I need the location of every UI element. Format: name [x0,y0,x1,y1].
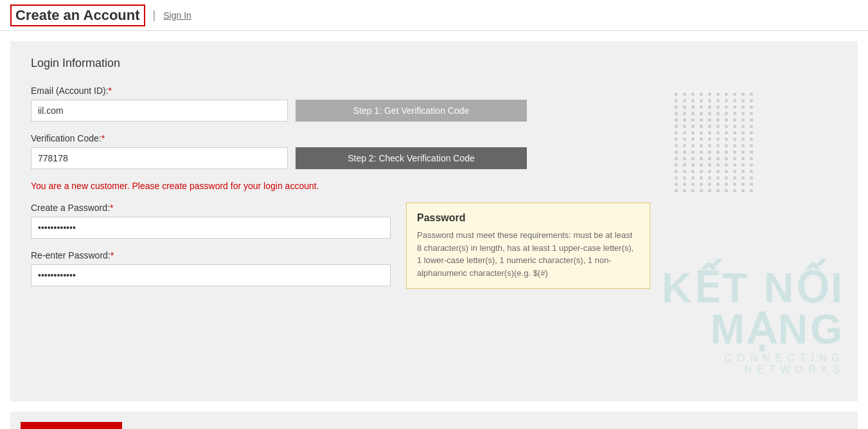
decorative-dot [733,93,736,96]
decorative-dot [741,131,745,134]
decorative-dot [733,170,736,173]
decorative-dot [716,151,720,154]
decorative-dot [716,163,720,167]
decorative-dot [733,183,736,186]
decorative-dot [716,99,720,102]
decorative-dot [700,131,703,134]
tooltip-title: Password [417,212,639,224]
decorative-dot [708,125,711,128]
sign-in-link[interactable]: Sign In [163,10,191,21]
decorative-dot [691,93,695,96]
decorative-dot [741,170,745,173]
decorative-dot [733,176,736,179]
decorative-dot [683,189,686,192]
decorative-dot [725,183,728,186]
decorative-dot [725,176,728,179]
decorative-dot [683,112,686,115]
decorative-dot [683,183,686,186]
reenter-password-label: Re-enter Password:* [31,250,391,260]
decorative-dot [725,189,728,192]
decorative-dot [741,99,745,102]
decorative-dot [725,157,728,160]
decorative-dot [708,144,711,147]
decorative-dot [683,138,686,141]
decorative-dot [675,170,678,173]
decorative-dot [675,157,678,160]
decorative-dot [750,151,753,154]
decorative-dot [716,170,720,173]
decorative-dot [708,105,711,109]
create-account-title[interactable]: Create an Account [10,5,145,26]
decorative-dot [725,144,728,147]
tooltip-text: Password must meet these requirements: m… [417,229,639,279]
decorative-dot [708,183,711,186]
decorative-dot [700,189,703,192]
decorative-dot [691,131,695,134]
decorative-dot [675,163,678,167]
decorative-dot [683,157,686,160]
decorative-dot [716,118,720,122]
footer: Next [10,412,858,429]
decorative-dot [725,138,728,141]
decorative-dot [750,144,753,147]
decorative-dot [741,105,745,109]
watermark-connecting: CONNECTING [662,352,845,364]
decorative-dot [683,125,686,128]
decorative-dot [741,138,745,141]
decorative-dot [733,151,736,154]
decorative-dot [750,138,753,141]
decorative-dot [725,163,728,167]
decorative-dot [700,99,703,102]
decorative-dot [716,157,720,160]
reenter-password-input[interactable] [31,264,391,286]
decorative-dot [700,93,703,96]
create-password-label: Create a Password:* [31,203,391,213]
decorative-dot [691,144,695,147]
decorative-dot [708,99,711,102]
decorative-dot [750,112,753,115]
watermark: KẾT NỐI MẠNG CONNECTING NETWORKS [662,268,845,376]
next-button[interactable]: Next [24,425,119,429]
decorative-dot [691,99,695,102]
decorative-dot [708,189,711,192]
decorative-dot [691,118,695,122]
decorative-dot [733,131,736,134]
step1-button[interactable]: Step 1: Get Verification Code [296,100,527,122]
email-input[interactable] [31,100,288,122]
decorative-dot [741,189,745,192]
decorative-dot [700,170,703,173]
password-tooltip: Password Password must meet these requir… [406,203,650,289]
decorative-dot [708,112,711,115]
decorative-dot [725,112,728,115]
decorative-dot [750,93,753,96]
decorative-dot [708,118,711,122]
decorative-dot [700,105,703,109]
decorative-dot [691,189,695,192]
decorative-dot [725,151,728,154]
decorative-dot [750,183,753,186]
decorative-dot [750,163,753,167]
decorative-dot [716,131,720,134]
decorative-dot [700,138,703,141]
step2-button[interactable]: Step 2: Check Verification Code [296,147,527,169]
decorative-dot [683,144,686,147]
decorative-dot [691,125,695,128]
decorative-dot [750,170,753,173]
decorative-dot [733,144,736,147]
decorative-dot [750,125,753,128]
create-password-input[interactable] [31,217,391,239]
main-content: Login Information Email (Account ID):* S… [10,41,858,401]
decorative-dot [750,131,753,134]
decorative-dot [716,183,720,186]
decorative-dot [716,144,720,147]
decorative-dot [675,125,678,128]
password-fields-group: Create a Password:* Re-enter Password:* [31,203,391,298]
decorative-dot [691,183,695,186]
decorative-dot [675,118,678,122]
decorative-dot [683,131,686,134]
verification-input[interactable] [31,147,288,169]
decorative-dot [750,176,753,179]
decorative-dot [700,118,703,122]
decorative-dot [716,125,720,128]
watermark-networks: NETWORKS [662,364,845,376]
